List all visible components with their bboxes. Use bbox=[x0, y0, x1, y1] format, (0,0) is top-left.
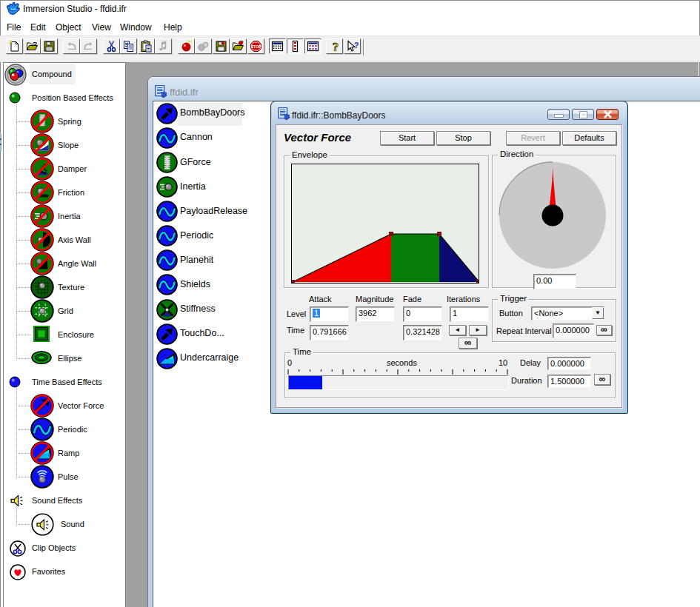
svg-text:?: ? bbox=[354, 41, 359, 50]
svg-text:STOP: STOP bbox=[251, 44, 261, 49]
svg-text:?: ? bbox=[333, 40, 339, 53]
